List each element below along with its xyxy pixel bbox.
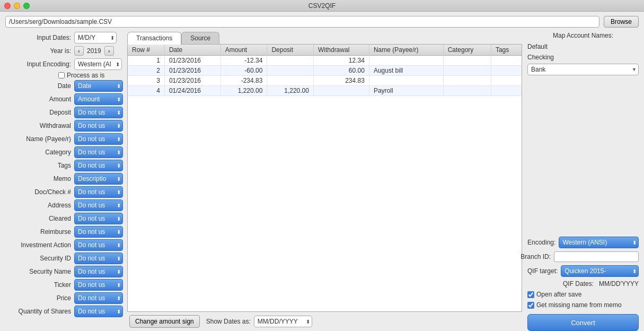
encoding-label: Input Encoding: [5, 60, 74, 68]
doccheck-select[interactable]: Do not us [74, 186, 123, 198]
year-row: Year is: ‹ 2019 › [5, 45, 123, 57]
table-cell: 234.83 [313, 76, 369, 86]
table-cell: 1 [128, 56, 164, 66]
address-select[interactable]: Do not us [74, 199, 123, 211]
table-cell [491, 56, 522, 66]
input-dates-control: M/D/Y [74, 32, 123, 43]
table-cell: -234.83 [220, 76, 267, 86]
cleared-select[interactable]: Do not us [74, 213, 123, 224]
doccheck-select-wrapper: Do not us [74, 186, 123, 198]
security-id-row: Security ID Do not us [5, 252, 123, 264]
date-select-wrapper: Date [74, 80, 123, 92]
right-encoding-select[interactable]: Western (ANSI) [559, 237, 639, 248]
qif-target-select[interactable]: Quicken 2015- [561, 265, 639, 277]
convert-button[interactable]: Convert [527, 314, 639, 331]
tags-select[interactable]: Do not us [74, 160, 123, 171]
security-id-label: Security ID [5, 255, 74, 262]
table-cell [369, 76, 443, 86]
main-content: Browse Input Dates: M/D/Y Year is: ‹ [0, 12, 644, 331]
price-row: Price Do not us [5, 292, 123, 304]
table-cell: 1,220.00 [267, 86, 314, 96]
open-after-save-label: Open after save [536, 291, 581, 298]
qif-target-row: QIF target: Quicken 2015- [527, 265, 639, 277]
table-cell [491, 86, 522, 96]
qty-select[interactable]: Do not us [74, 306, 123, 317]
table-cell: 01/24/2016 [164, 86, 220, 96]
deposit-row: Deposit Do not us [5, 107, 123, 118]
table-row: 401/24/20161,220.001,220.00Payroll [128, 86, 522, 96]
investment-label: Investment Action [5, 241, 74, 249]
minimize-button[interactable] [14, 3, 20, 9]
withdrawal-control: Do not us [74, 120, 123, 132]
get-missing-checkbox[interactable] [527, 302, 534, 309]
name-select[interactable]: Do not us [74, 133, 123, 145]
table-cell: Payroll [369, 86, 443, 96]
investment-select[interactable]: Do not us [74, 239, 123, 251]
security-name-select[interactable]: Do not us [74, 266, 123, 277]
security-id-select[interactable]: Do not us [74, 252, 123, 264]
right-encoding-row: Encoding: Western (ANSI) [527, 237, 639, 248]
table-row: 201/23/2016-60.0060.00August bill [128, 66, 522, 76]
account-checking: Checking [527, 53, 639, 62]
table-cell: 01/23/2016 [164, 76, 220, 86]
table-cell [443, 56, 491, 66]
date-row: Date Date [5, 80, 123, 92]
table-cell [267, 76, 314, 86]
deposit-select[interactable]: Do not us [74, 107, 123, 118]
browse-button[interactable]: Browse [604, 16, 639, 28]
show-dates-label: Show Dates as: [206, 318, 251, 325]
encoding-row: Input Encoding: Western (ANS [5, 58, 123, 70]
bank-select-wrapper: Bank [527, 64, 639, 75]
branch-id-input[interactable] [554, 251, 639, 262]
change-amount-button[interactable]: Change amount sign [129, 315, 200, 328]
table-cell [443, 86, 491, 96]
encoding-select[interactable]: Western (ANS [74, 58, 122, 70]
table-cell: August bill [369, 66, 443, 76]
process-as-is-checkbox[interactable] [58, 72, 65, 79]
ticker-row: Ticker Do not us [5, 279, 123, 291]
get-missing-label: Get missing name from memo [536, 301, 622, 309]
table-cell: 3 [128, 76, 164, 86]
qty-row: Quantity of Shares Do not us [5, 306, 123, 317]
tab-source[interactable]: Source [181, 32, 219, 45]
memo-control: Descriptio [74, 173, 123, 185]
encoding-select-wrapper: Western (ANS [74, 58, 122, 70]
col-withdrawal: Withdrawal [313, 45, 369, 56]
category-select[interactable]: Do not us [74, 146, 123, 158]
memo-select[interactable]: Descriptio [74, 173, 123, 185]
reimburse-control: Do not us [74, 226, 123, 238]
input-dates-row: Input Dates: M/D/Y [5, 32, 123, 43]
qif-dates-row: QIF Dates: MM/DD'YYYY [527, 280, 639, 288]
withdrawal-select[interactable]: Do not us [74, 120, 123, 132]
table-cell: -12.34 [220, 56, 267, 66]
input-dates-select[interactable]: M/D/Y [74, 32, 117, 43]
tab-transactions[interactable]: Transactions [127, 32, 181, 45]
bank-select[interactable]: Bank [527, 64, 639, 75]
ticker-select-wrapper: Do not us [74, 279, 123, 291]
open-after-save-checkbox[interactable] [527, 291, 534, 298]
file-path-input[interactable] [5, 16, 599, 28]
year-next-button[interactable]: › [104, 46, 114, 56]
table-cell: 01/23/2016 [164, 66, 220, 76]
amount-select[interactable]: Amount [74, 93, 123, 105]
input-dates-select-wrapper: M/D/Y [74, 32, 117, 43]
ticker-control: Do not us [74, 279, 123, 291]
date-select[interactable]: Date [74, 80, 123, 92]
reimburse-select[interactable]: Do not us [74, 226, 123, 238]
open-after-save-row: Open after save [527, 291, 639, 298]
year-prev-button[interactable]: ‹ [74, 46, 84, 56]
qty-label: Quantity of Shares [5, 308, 74, 315]
ticker-select[interactable]: Do not us [74, 279, 123, 291]
show-dates-select[interactable]: MM/DD/YYYY [254, 316, 312, 327]
close-button[interactable] [4, 3, 11, 9]
data-table: Row # Date Amount Deposit Withdrawal Nam… [128, 45, 522, 96]
right-encoding-label: Encoding: [527, 239, 555, 246]
cleared-label: Cleared [5, 215, 74, 222]
input-dates-label: Input Dates: [5, 34, 74, 41]
name-control: Do not us [74, 133, 123, 145]
price-select[interactable]: Do not us [74, 292, 123, 304]
doccheck-row: Doc/Check # Do not us [5, 186, 123, 198]
col-name: Name (Payee/r) [369, 45, 443, 56]
maximize-button[interactable] [23, 3, 30, 9]
table-row: 101/23/2016-12.3412.34 [128, 56, 522, 66]
